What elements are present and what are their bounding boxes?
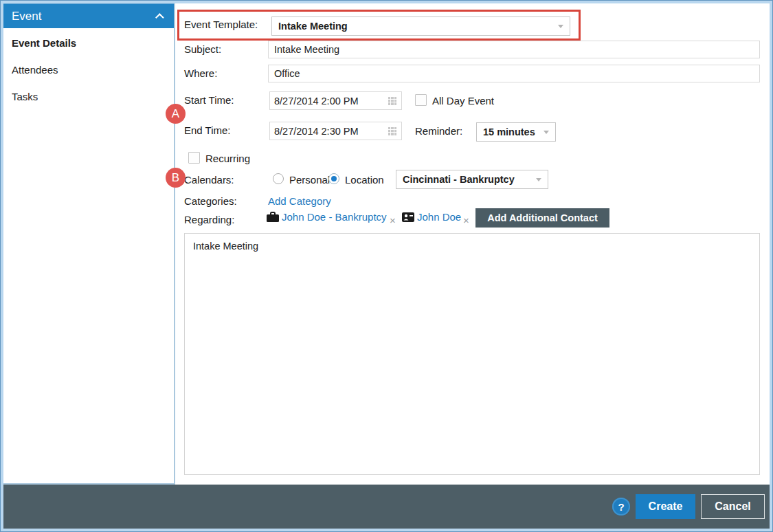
personal-radio-label: Personal [289, 174, 330, 186]
chevron-down-icon [544, 131, 549, 134]
calendars-label: Calendars: [184, 174, 234, 186]
notes-textarea[interactable]: Intake Meeting [184, 233, 760, 475]
add-category-link[interactable]: Add Category [268, 195, 331, 207]
end-time-input[interactable] [270, 126, 388, 137]
personal-radio[interactable] [273, 173, 284, 184]
regarding-matter-link[interactable]: John Doe - Bankruptcy [282, 211, 387, 223]
dialog-body: Event Event Details Attendees Tasks Even… [3, 3, 770, 485]
briefcase-icon [267, 212, 279, 223]
create-button[interactable]: Create [636, 494, 695, 519]
cancel-button[interactable]: Cancel [701, 494, 765, 519]
all-day-event-checkbox[interactable] [415, 94, 427, 106]
calendar-picker-icon[interactable] [388, 97, 396, 105]
start-time-input[interactable] [270, 96, 388, 107]
event-template-label: Event Template: [184, 19, 258, 30]
location-radio-label: Location [345, 174, 384, 186]
contact-card-icon [402, 212, 414, 223]
end-time-picker[interactable] [269, 122, 402, 140]
subject-input[interactable] [268, 41, 760, 58]
remove-contact-icon[interactable]: × [463, 214, 469, 226]
all-day-event-label: All Day Event [432, 95, 494, 107]
sidebar-item-tasks[interactable]: Tasks [3, 82, 174, 109]
regarding-contact-link[interactable]: John Doe [417, 211, 461, 223]
recurring-label: Recurring [205, 153, 250, 164]
chevron-down-icon [536, 178, 541, 181]
event-form: Event Template: Intake Meeting Subject: … [175, 3, 770, 485]
start-time-picker[interactable] [269, 91, 402, 110]
subject-label: Subject: [184, 43, 221, 55]
location-calendar-value: Cincinnati - Bankruptcy [396, 174, 536, 185]
add-additional-contact-button[interactable]: Add Additional Contact [475, 208, 609, 228]
reminder-value: 15 minutes [477, 126, 544, 137]
event-template-dropdown[interactable]: Intake Meeting [271, 16, 570, 36]
reminder-dropdown[interactable]: 15 minutes [476, 122, 556, 142]
location-calendar-dropdown[interactable]: Cincinnati - Bankruptcy [396, 170, 548, 189]
event-template-value: Intake Meeting [272, 21, 558, 32]
start-time-label: Start Time: [184, 94, 234, 106]
regarding-matter-chip: John Doe - Bankruptcy [267, 211, 387, 223]
regarding-label: Regarding: [184, 214, 234, 225]
reminder-label: Reminder: [415, 125, 462, 137]
help-icon[interactable]: ? [612, 498, 630, 516]
where-input[interactable] [268, 65, 760, 82]
remove-matter-icon[interactable]: × [390, 214, 396, 226]
event-dialog: Event Event Details Attendees Tasks Even… [0, 0, 773, 532]
recurring-checkbox[interactable] [188, 152, 200, 164]
chevron-down-icon [558, 25, 563, 28]
sidebar-item-attendees[interactable]: Attendees [3, 55, 174, 82]
location-radio[interactable] [328, 173, 339, 184]
sidebar: Event Event Details Attendees Tasks [3, 3, 175, 485]
sidebar-item-event-details[interactable]: Event Details [3, 28, 174, 55]
sidebar-header[interactable]: Event [3, 3, 174, 28]
categories-label: Categories: [184, 195, 237, 207]
chevron-up-icon[interactable] [155, 13, 164, 22]
sidebar-header-title: Event [12, 10, 41, 23]
calendar-picker-icon[interactable] [388, 127, 396, 135]
where-label: Where: [184, 67, 217, 79]
end-time-label: End Time: [184, 124, 231, 136]
regarding-contact-chip: John Doe [402, 211, 461, 223]
dialog-footer: ? Create Cancel [3, 485, 770, 529]
